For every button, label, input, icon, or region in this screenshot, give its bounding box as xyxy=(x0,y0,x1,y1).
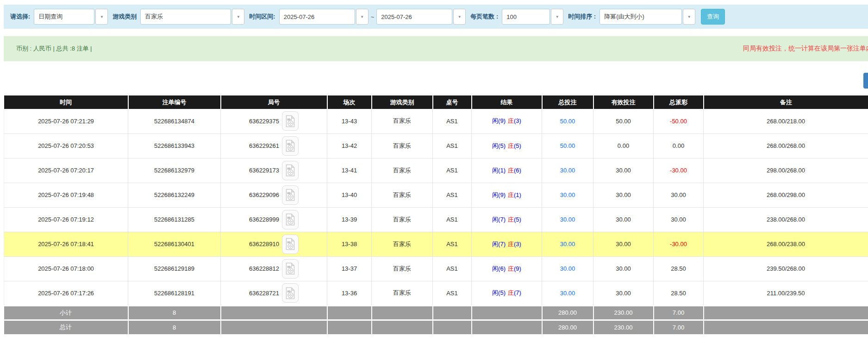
total-payout: 7.00 xyxy=(654,320,704,334)
table-row: 2025-07-26 07:19:12 522686131285 6362289… xyxy=(4,207,868,232)
cell-time: 2025-07-26 07:19:12 xyxy=(4,207,128,232)
result-player-score: (5) xyxy=(498,289,506,296)
date-from-value[interactable]: 2025-07-26 xyxy=(279,9,355,25)
video-replay-button[interactable] xyxy=(282,185,299,205)
cell-note: 298.00/268.00 xyxy=(704,158,868,183)
subtotal-total-bet: 280.00 xyxy=(542,305,593,320)
time-sort-value[interactable]: 降冪(由大到小) xyxy=(599,9,682,25)
cell-note: 238.00/268.00 xyxy=(704,207,868,232)
cell-session: 13-43 xyxy=(327,109,372,133)
date-to-picker[interactable]: 2025-07-26 ▼ xyxy=(376,9,466,25)
film-document-icon xyxy=(285,189,295,201)
cell-game-type: 百家乐 xyxy=(372,232,433,256)
game-type-label: 游戏类别 xyxy=(112,13,137,21)
chevron-down-icon[interactable]: ▼ xyxy=(453,9,466,25)
query-type-value[interactable]: 日期查询 xyxy=(34,9,94,25)
chevron-down-icon[interactable]: ▼ xyxy=(551,9,563,25)
cell-time: 2025-07-26 07:17:26 xyxy=(4,281,128,305)
cell-game-type: 百家乐 xyxy=(372,183,433,207)
total-bet-link[interactable]: 30.00 xyxy=(560,290,575,297)
cell-total-bet: 30.00 xyxy=(542,281,593,305)
video-replay-button[interactable] xyxy=(282,161,299,180)
query-type-combobox[interactable]: 日期查询 ▼ xyxy=(34,9,108,25)
page-size-combobox[interactable]: 100 ▼ xyxy=(502,9,563,25)
cell-note: 268.00/238.00 xyxy=(704,232,868,256)
result-player: 闲 xyxy=(492,289,498,296)
result-banker-score: (1) xyxy=(514,191,521,198)
total-bet-link[interactable]: 30.00 xyxy=(560,216,575,223)
video-replay-button[interactable] xyxy=(282,259,299,279)
date-to-value[interactable]: 2025-07-26 xyxy=(376,9,452,25)
cell-payout: -30.00 xyxy=(654,158,704,183)
time-sort-combobox[interactable]: 降冪(由大到小) ▼ xyxy=(599,9,695,25)
cell-bet-id: 522686130401 xyxy=(128,232,221,256)
result-player-score: (7) xyxy=(498,216,506,223)
round-number: 636228999 xyxy=(249,216,279,223)
film-document-icon xyxy=(285,140,295,152)
video-replay-button[interactable] xyxy=(282,283,299,303)
total-bet-link[interactable]: 50.00 xyxy=(560,142,575,149)
cell-round: 636229375 xyxy=(221,109,327,133)
game-type-value[interactable]: 百家乐 xyxy=(140,9,231,25)
cell-time: 2025-07-26 07:18:00 xyxy=(4,256,128,281)
cell-table-no: AS1 xyxy=(433,133,472,158)
cell-payout: 30.00 xyxy=(654,207,704,232)
chevron-down-icon[interactable]: ▼ xyxy=(356,9,368,25)
table-row: 2025-07-26 07:19:48 522686132249 6362290… xyxy=(4,183,868,207)
game-type-combobox[interactable]: 百家乐 ▼ xyxy=(140,9,244,25)
chevron-down-icon[interactable]: ▼ xyxy=(683,9,695,25)
cell-payout: 28.50 xyxy=(654,281,704,305)
cell-note: 239.50/268.00 xyxy=(704,256,868,281)
same-round-notice: 同局有效投注，统一计算在该局第一张注单内 xyxy=(743,44,868,53)
header-total-bet: 总投注 xyxy=(542,95,593,109)
header-valid-bet: 有效投注 xyxy=(593,95,654,109)
cell-round: 636228812 xyxy=(221,256,327,281)
cell-session: 13-40 xyxy=(327,183,372,207)
chevron-down-icon[interactable]: ▼ xyxy=(232,9,244,25)
film-document-icon xyxy=(285,238,295,250)
video-replay-button[interactable] xyxy=(282,210,299,229)
cell-table-no: AS1 xyxy=(433,109,472,133)
time-range-label: 时间区间: xyxy=(249,13,275,21)
cell-session: 13-39 xyxy=(327,207,372,232)
cell-game-type: 百家乐 xyxy=(372,256,433,281)
search-button[interactable]: 查询 xyxy=(701,9,725,25)
cell-round: 636229173 xyxy=(221,158,327,183)
chevron-down-icon[interactable]: ▼ xyxy=(95,9,108,25)
header-bet-id: 注单编号 xyxy=(128,95,221,109)
cell-note: 211.00/239.50 xyxy=(704,281,868,305)
side-panel-toggle[interactable] xyxy=(863,73,868,89)
subtotal-label: 小计 xyxy=(4,305,128,320)
total-bet-link[interactable]: 30.00 xyxy=(560,241,575,248)
cell-note: 268.00/218.00 xyxy=(704,109,868,133)
cell-result: 闲(9)庄(3) xyxy=(472,109,542,133)
film-document-icon xyxy=(285,262,295,275)
date-from-picker[interactable]: 2025-07-26 ▼ xyxy=(279,9,368,25)
page-size-value[interactable]: 100 xyxy=(502,9,550,25)
result-banker: 庄 xyxy=(508,289,514,296)
cell-time: 2025-07-26 07:20:17 xyxy=(4,158,128,183)
subtotal-payout: 7.00 xyxy=(654,305,704,320)
total-bet-link[interactable]: 50.00 xyxy=(560,118,575,125)
cell-session: 13-37 xyxy=(327,256,372,281)
video-replay-button[interactable] xyxy=(282,235,299,254)
filter-bar: 请选择: 日期查询 ▼ 游戏类别 百家乐 ▼ 时间区间: 2025-07-26 … xyxy=(4,5,868,29)
film-document-icon xyxy=(285,287,295,299)
total-bet-link[interactable]: 30.00 xyxy=(560,167,575,174)
cell-payout: -50.00 xyxy=(654,109,704,133)
result-banker-score: (3) xyxy=(514,241,521,248)
time-sort-label: 时间排序 : xyxy=(568,13,596,21)
cell-game-type: 百家乐 xyxy=(372,207,433,232)
table-header: 时间 注单编号 局号 场次 游戏类别 桌号 结果 总投注 有效投注 总派彩 备注 xyxy=(4,95,868,109)
cell-total-bet: 30.00 xyxy=(542,256,593,281)
video-replay-button[interactable] xyxy=(282,136,299,156)
video-replay-button[interactable] xyxy=(282,111,299,131)
round-number: 636228910 xyxy=(249,241,279,248)
total-bet-link[interactable]: 30.00 xyxy=(560,191,575,198)
total-bet-link[interactable]: 30.00 xyxy=(560,265,575,272)
cell-valid-bet: 50.00 xyxy=(593,109,654,133)
subtotal-row: 小计 8 280.00 230.00 7.00 xyxy=(4,305,868,320)
header-note: 备注 xyxy=(704,95,868,109)
cell-result: 闲(1)庄(6) xyxy=(472,158,542,183)
summary-bar: 币别 : 人民币 | 总共 :8 注单 | 同局有效投注，统一计算在该局第一张注… xyxy=(4,36,868,61)
